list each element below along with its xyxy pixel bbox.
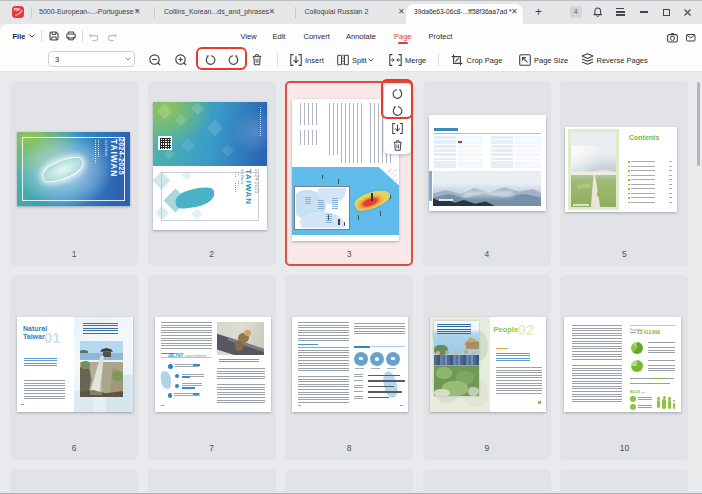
svg-text:PDF: PDF [14, 7, 20, 11]
